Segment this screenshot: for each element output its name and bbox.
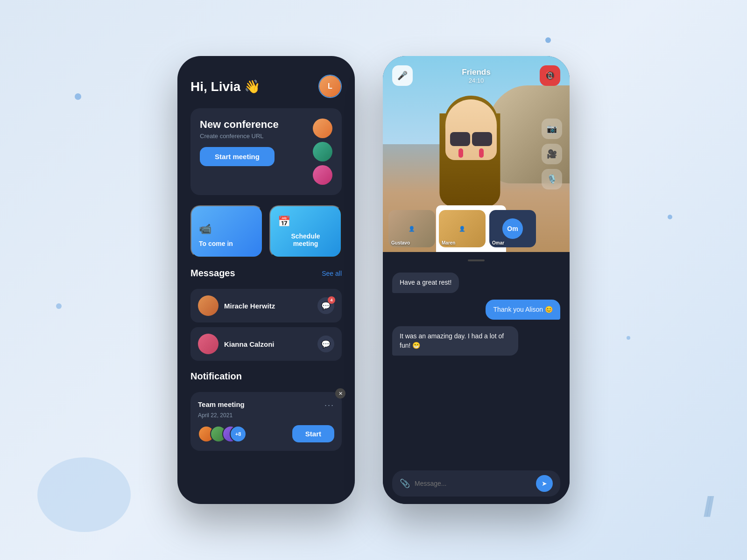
conference-title: New conference: [200, 119, 279, 131]
drag-handle: [468, 259, 485, 261]
video-icon: 📹: [199, 223, 211, 235]
avatar-initial: L: [328, 82, 332, 91]
action-buttons-row: 📹 To come in 📅 Schedule meeting: [190, 205, 342, 258]
lens-right: [472, 132, 492, 146]
side-controls: 📷 🎥 🎙️: [542, 119, 562, 189]
conf-avatar-1: [313, 119, 332, 138]
notification-header: Notification: [190, 371, 342, 382]
phone-down-icon: 📵: [545, 70, 555, 81]
deco-dot-1: [545, 37, 551, 43]
lens-left: [450, 132, 470, 146]
notif-more-button[interactable]: ···: [324, 400, 334, 410]
notif-av-count: +8: [230, 426, 247, 442]
conf-avatar-3: [313, 165, 332, 185]
conf-avatar-2: [313, 142, 332, 161]
call-back-button[interactable]: 🎤: [392, 65, 413, 86]
omar-initial-circle: Om: [502, 218, 523, 239]
chat-input-row: 📎 ➤: [392, 470, 560, 497]
see-all-link[interactable]: See all: [322, 270, 342, 277]
deco-dot-5: [56, 303, 62, 309]
notif-date: April 22, 2021: [198, 412, 334, 419]
call-info: Friends 24:10: [462, 68, 490, 84]
deco-dot-4: [75, 93, 81, 100]
greeting-text: Hi, Livia 👋: [190, 79, 261, 94]
mic-button[interactable]: 🎙️: [542, 169, 562, 189]
msg-icon-kianna: 💬: [317, 336, 334, 352]
to-come-in-label: To come in: [199, 240, 233, 247]
right-phone: 🎤 Friends 24:10 📵 📷 🎥 🎙: [383, 56, 570, 504]
call-bar: 🎤 Friends 24:10 📵: [383, 65, 570, 86]
participant-omar[interactable]: Om Omar: [489, 210, 536, 247]
conference-avatars: [313, 119, 332, 185]
messages-title: Messages: [190, 268, 235, 279]
call-group-name: Friends: [462, 68, 490, 77]
deco-slash: //: [704, 490, 710, 523]
user-avatar[interactable]: L: [318, 75, 342, 98]
maren-name: Maren: [442, 240, 455, 245]
chat-area: Have a great rest! Thank you Alison 😊 It…: [383, 252, 570, 504]
chat-bubble-1: Have a great rest!: [392, 273, 459, 293]
conference-subtitle: Create conference URL: [200, 133, 279, 140]
earring-left: [458, 148, 463, 158]
participant-gustavo[interactable]: 👤 Gustavo: [388, 210, 435, 247]
mic-icon: 🎙️: [547, 174, 557, 184]
person-face: [445, 99, 497, 160]
send-button[interactable]: ➤: [536, 475, 553, 492]
to-come-in-button[interactable]: 📹 To come in: [190, 205, 263, 258]
notification-card: ✕ Team meeting ··· April 22, 2021 +8 Sta…: [190, 392, 342, 451]
msg-name-miracle: Miracle Herwitz: [224, 302, 312, 310]
participant-maren[interactable]: 👤 Maren: [439, 210, 486, 247]
conference-card: New conference Create conference URL Sta…: [190, 108, 342, 195]
notif-title-row: Team meeting ···: [198, 400, 334, 410]
msg-avatar-miracle: [198, 295, 218, 316]
schedule-meeting-button[interactable]: 📅 Schedule meeting: [269, 205, 342, 258]
notification-title: Notification: [190, 371, 242, 382]
gustavo-name: Gustavo: [391, 240, 410, 245]
camera-flip-button[interactable]: 📷: [542, 119, 562, 139]
deco-dot-2: [668, 215, 672, 219]
participant-strip: 👤 Gustavo 👤 Maren Om Omar: [383, 210, 570, 247]
avatar-image: L: [319, 76, 341, 97]
deco-shape: [37, 457, 131, 532]
deco-dot-3: [627, 336, 630, 340]
notif-close-button[interactable]: ✕: [335, 388, 345, 399]
end-call-button[interactable]: 📵: [540, 65, 560, 86]
omar-name: Omar: [492, 240, 504, 245]
person-glasses: [450, 132, 492, 146]
send-icon: ➤: [542, 480, 547, 487]
call-timer: 24:10: [462, 77, 490, 84]
calendar-icon: 📅: [278, 216, 290, 228]
earring-right: [479, 148, 484, 158]
chat-input-field[interactable]: [415, 480, 531, 487]
message-list: Miracle Herwitz 💬 4 Kianna Calzoni 💬: [190, 289, 342, 361]
notif-bottom-row: +8 Start: [198, 425, 334, 442]
message-item-2[interactable]: Kianna Calzoni 💬: [190, 327, 342, 361]
msg-badge-miracle: 4: [328, 296, 335, 304]
chat-bubble-3: It was an amazing day. I had a lot of fu…: [392, 326, 518, 356]
video-cam-icon: 🎥: [547, 149, 557, 159]
attach-icon[interactable]: 📎: [400, 478, 410, 489]
msg-name-kianna: Kianna Calzoni: [224, 340, 312, 348]
video-toggle-button[interactable]: 🎥: [542, 144, 562, 164]
message-item-1[interactable]: Miracle Herwitz 💬 4: [190, 289, 342, 322]
schedule-meeting-label: Schedule meeting: [278, 232, 333, 247]
chat-bubble-2: Thank you Alison 😊: [486, 300, 560, 320]
messages-header: Messages See all: [190, 268, 342, 279]
microphone-slash-icon: 🎤: [397, 70, 408, 81]
notif-avatars: +8: [198, 426, 242, 442]
conference-info: New conference Create conference URL Sta…: [200, 119, 279, 166]
left-phone: Hi, Livia 👋 L New conference Create conf…: [177, 56, 355, 504]
camera-icon: 📷: [547, 124, 557, 134]
msg-icon-miracle: 💬 4: [317, 297, 334, 314]
notif-meeting-title: Team meeting: [198, 400, 245, 408]
phone-left-header: Hi, Livia 👋 L: [190, 75, 342, 98]
video-area: 🎤 Friends 24:10 📵 📷 🎥 🎙: [383, 56, 570, 252]
notif-start-button[interactable]: Start: [292, 425, 334, 442]
phones-container: Hi, Livia 👋 L New conference Create conf…: [177, 56, 570, 504]
msg-avatar-kianna: [198, 334, 218, 354]
start-meeting-button[interactable]: Start meeting: [200, 147, 275, 166]
